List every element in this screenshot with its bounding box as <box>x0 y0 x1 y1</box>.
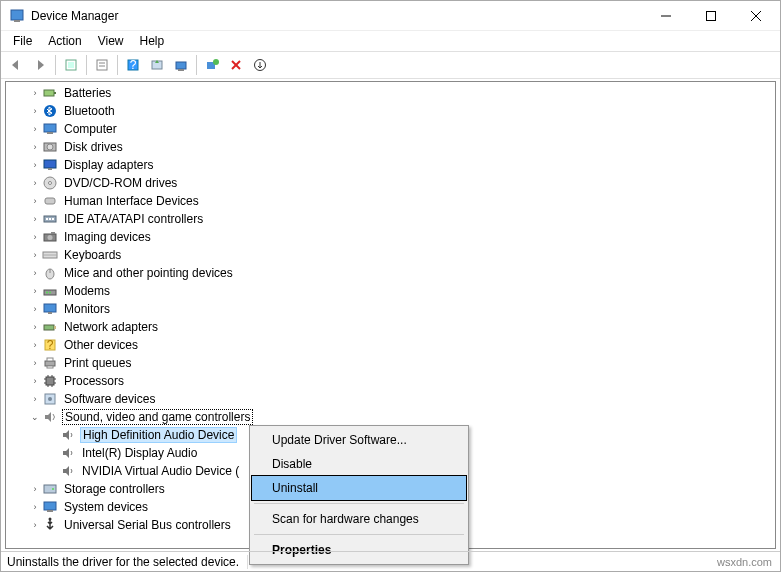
system-icon <box>42 499 58 515</box>
tree-item-label[interactable]: Software devices <box>62 392 157 406</box>
menu-file[interactable]: File <box>7 32 38 50</box>
tree-item-label[interactable]: Keyboards <box>62 248 123 262</box>
expand-arrow-icon[interactable]: › <box>28 196 42 206</box>
expand-arrow-icon[interactable]: › <box>28 484 42 494</box>
expand-arrow-icon[interactable]: › <box>28 106 42 116</box>
tree-item-label[interactable]: Disk drives <box>62 140 125 154</box>
context-item[interactable]: Uninstall <box>252 476 466 500</box>
tree-item-label[interactable]: High Definition Audio Device <box>80 427 237 443</box>
expand-arrow-icon[interactable]: › <box>28 88 42 98</box>
menu-action[interactable]: Action <box>42 32 87 50</box>
svg-rect-49 <box>48 312 52 314</box>
svg-point-38 <box>48 235 53 240</box>
storage-icon <box>42 481 58 497</box>
svg-rect-57 <box>46 377 54 385</box>
svg-text:?: ? <box>47 338 54 352</box>
tree-item-label[interactable]: Mice and other pointing devices <box>62 266 235 280</box>
expand-arrow-icon[interactable]: › <box>28 340 42 350</box>
tree-row[interactable]: ›Batteries <box>6 84 775 102</box>
expand-arrow-icon[interactable]: › <box>28 124 42 134</box>
tree-item-label[interactable]: Computer <box>62 122 119 136</box>
keyboard-icon <box>42 247 58 263</box>
tree-row[interactable]: ⌄Sound, video and game controllers <box>6 408 775 426</box>
usb-icon <box>42 517 58 533</box>
menu-help[interactable]: Help <box>134 32 171 50</box>
tree-item-label[interactable]: Display adapters <box>62 158 155 172</box>
tree-item-label[interactable]: Print queues <box>62 356 133 370</box>
tree-item-label[interactable]: System devices <box>62 500 150 514</box>
context-item[interactable]: Disable <box>252 452 466 476</box>
collapse-arrow-icon[interactable]: ⌄ <box>28 412 42 422</box>
expand-arrow-icon[interactable]: › <box>28 394 42 404</box>
tree-row[interactable]: ›Human Interface Devices <box>6 192 775 210</box>
forward-button[interactable] <box>29 54 51 76</box>
tree-row[interactable]: ›?Other devices <box>6 336 775 354</box>
tree-item-label[interactable]: Universal Serial Bus controllers <box>62 518 233 532</box>
tree-row[interactable]: ›Computer <box>6 120 775 138</box>
expand-arrow-icon[interactable]: › <box>28 322 42 332</box>
expand-arrow-icon[interactable]: › <box>28 358 42 368</box>
tree-row[interactable]: ›Display adapters <box>6 156 775 174</box>
update-driver-icon[interactable] <box>146 54 168 76</box>
toolbar-separator <box>86 55 87 75</box>
expand-arrow-icon[interactable]: › <box>28 160 42 170</box>
tree-item-label[interactable]: Monitors <box>62 302 112 316</box>
tree-row[interactable]: ›Imaging devices <box>6 228 775 246</box>
tree-item-label[interactable]: Human Interface Devices <box>62 194 201 208</box>
tree-item-label[interactable]: IDE ATA/ATAPI controllers <box>62 212 205 226</box>
expand-arrow-icon[interactable]: › <box>28 268 42 278</box>
svg-point-47 <box>49 292 51 294</box>
back-button[interactable] <box>5 54 27 76</box>
tree-item-label[interactable]: Network adapters <box>62 320 160 334</box>
tree-item-label[interactable]: Modems <box>62 284 112 298</box>
tree-row[interactable]: ›Network adapters <box>6 318 775 336</box>
tree-row[interactable]: ›Modems <box>6 282 775 300</box>
expand-arrow-icon[interactable]: › <box>28 376 42 386</box>
tree-row[interactable]: ›Monitors <box>6 300 775 318</box>
tree-item-label[interactable]: DVD/CD-ROM drives <box>62 176 179 190</box>
menu-view[interactable]: View <box>92 32 130 50</box>
tree-row[interactable]: ›Disk drives <box>6 138 775 156</box>
context-item[interactable]: Update Driver Software... <box>252 428 466 452</box>
svg-rect-39 <box>51 232 55 234</box>
expand-arrow-icon[interactable]: › <box>28 142 42 152</box>
tree-row[interactable]: ›Bluetooth <box>6 102 775 120</box>
expand-arrow-icon[interactable]: › <box>28 520 42 530</box>
tree-item-label[interactable]: Imaging devices <box>62 230 153 244</box>
expand-arrow-icon[interactable]: › <box>28 232 42 242</box>
tree-row[interactable]: ›Processors <box>6 372 775 390</box>
minimize-button[interactable] <box>643 2 688 30</box>
maximize-button[interactable] <box>688 2 733 30</box>
help-icon[interactable]: ? <box>122 54 144 76</box>
tree-item-label[interactable]: Processors <box>62 374 126 388</box>
context-item[interactable]: Scan for hardware changes <box>252 507 466 531</box>
tree-row[interactable]: ›IDE ATA/ATAPI controllers <box>6 210 775 228</box>
tree-item-label[interactable]: Sound, video and game controllers <box>62 409 253 425</box>
tree-item-label[interactable]: NVIDIA Virtual Audio Device ( <box>80 464 241 478</box>
disable-icon[interactable] <box>225 54 247 76</box>
tree-item-label[interactable]: Intel(R) Display Audio <box>80 446 199 460</box>
tree-row[interactable]: ›Keyboards <box>6 246 775 264</box>
show-hidden-icon[interactable] <box>60 54 82 76</box>
enable-icon[interactable] <box>249 54 271 76</box>
close-button[interactable] <box>733 2 778 30</box>
expand-arrow-icon[interactable]: › <box>28 250 42 260</box>
tree-row[interactable]: ›Software devices <box>6 390 775 408</box>
tree-item-label[interactable]: Bluetooth <box>62 104 117 118</box>
svg-rect-3 <box>706 11 715 20</box>
tree-row[interactable]: ›DVD/CD-ROM drives <box>6 174 775 192</box>
context-menu: Update Driver Software...DisableUninstal… <box>249 425 469 565</box>
tree-row[interactable]: ›Mice and other pointing devices <box>6 264 775 282</box>
tree-item-label[interactable]: Storage controllers <box>62 482 167 496</box>
tree-item-label[interactable]: Other devices <box>62 338 140 352</box>
expand-arrow-icon[interactable]: › <box>28 214 42 224</box>
properties-icon[interactable] <box>91 54 113 76</box>
uninstall-device-icon[interactable] <box>170 54 192 76</box>
expand-arrow-icon[interactable]: › <box>28 304 42 314</box>
expand-arrow-icon[interactable]: › <box>28 286 42 296</box>
scan-hardware-icon[interactable] <box>201 54 223 76</box>
expand-arrow-icon[interactable]: › <box>28 502 42 512</box>
tree-row[interactable]: ›Print queues <box>6 354 775 372</box>
expand-arrow-icon[interactable]: › <box>28 178 42 188</box>
tree-item-label[interactable]: Batteries <box>62 86 113 100</box>
